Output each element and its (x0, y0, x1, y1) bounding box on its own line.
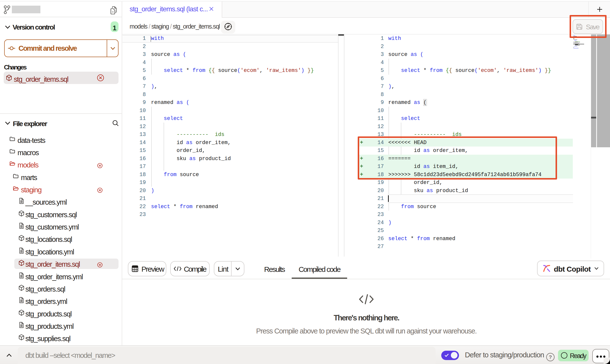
svg-text:?: ? (549, 354, 552, 360)
